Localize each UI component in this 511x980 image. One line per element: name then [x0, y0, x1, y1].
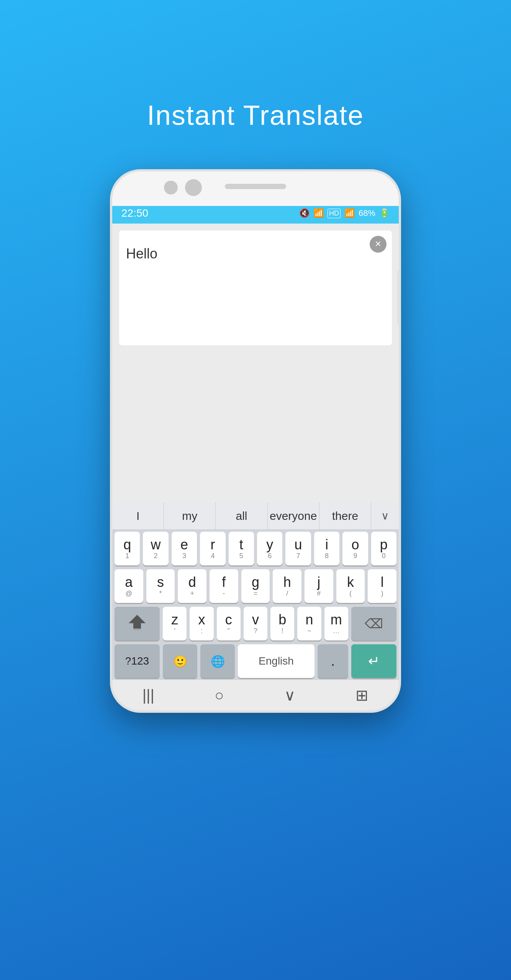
status-time: 22:50 — [121, 207, 148, 219]
key-u[interactable]: u7 — [285, 532, 311, 565]
input-text: Hello — [126, 246, 385, 262]
phone-camera-left — [164, 181, 178, 194]
chevron-down-icon: ∨ — [381, 510, 389, 522]
key-enter[interactable]: ↵ — [351, 644, 396, 678]
suggestion-all[interactable]: all — [216, 502, 267, 529]
app-title-container: Instant Translate — [110, 50, 401, 131]
key-b[interactable]: b! — [270, 607, 294, 640]
key-backspace[interactable]: ⌫ — [351, 607, 396, 640]
suggestions-expand[interactable]: ∨ — [371, 502, 399, 529]
nav-home-icon[interactable]: ○ — [215, 687, 224, 704]
phone-frame: 22:50 🔇 📶 HD 📶 68% 🔋 × Hello — [110, 169, 401, 713]
nav-keyboard-icon[interactable]: ⊞ — [355, 686, 369, 704]
key-c[interactable]: c" — [217, 607, 241, 640]
key-s[interactable]: s* — [146, 569, 175, 603]
phone-speaker — [225, 184, 286, 189]
key-r[interactable]: r4 — [200, 532, 225, 565]
suggestions-bar: I my all everyone there ∨ — [112, 502, 399, 530]
key-g[interactable]: g= — [241, 569, 270, 603]
key-a[interactable]: a@ — [115, 569, 143, 603]
key-h[interactable]: h/ — [273, 569, 301, 603]
shift-icon — [129, 615, 146, 623]
keyboard-row-2: a@ s* d+ f- g= h/ j# k( l) — [112, 567, 399, 605]
keyboard: I my all everyone there ∨ — [112, 502, 399, 710]
signal-icon: 📶 — [344, 208, 355, 218]
key-i[interactable]: i8 — [314, 532, 339, 565]
key-e[interactable]: e3 — [172, 532, 197, 565]
key-space[interactable]: English — [238, 644, 314, 678]
emoji-icon: 🙂 — [173, 655, 187, 668]
key-period[interactable]: . — [318, 644, 348, 678]
key-x[interactable]: x: — [190, 607, 213, 640]
hd-badge: HD — [328, 209, 341, 218]
suggestion-everyone[interactable]: everyone — [268, 502, 319, 529]
battery-icon: 🔋 — [379, 208, 390, 218]
battery-text: 68% — [359, 208, 375, 218]
phone-side-button — [397, 271, 401, 325]
app-background: Instant Translate 22:50 🔇 📶 HD 📶 68% 🔋 — [110, 0, 401, 713]
key-m[interactable]: m… — [324, 607, 348, 640]
status-bar: 22:50 🔇 📶 HD 📶 68% 🔋 — [112, 203, 399, 224]
key-shift[interactable]: — — [115, 607, 160, 640]
phone-top-bar — [112, 172, 399, 206]
key-t[interactable]: t5 — [229, 532, 254, 565]
key-l[interactable]: l) — [368, 569, 396, 603]
globe-icon: 🌐 — [211, 655, 225, 668]
suggestion-there[interactable]: there — [319, 502, 371, 529]
key-n[interactable]: n~ — [297, 607, 321, 640]
nav-bar: ||| ○ ∨ ⊞ — [112, 680, 399, 710]
app-title: Instant Translate — [147, 100, 364, 131]
phone-camera-right — [185, 179, 202, 196]
app-content: × Hello I my all — [112, 224, 399, 710]
key-o[interactable]: o9 — [342, 532, 368, 565]
clear-button[interactable]: × — [370, 236, 387, 253]
key-y[interactable]: y6 — [257, 532, 282, 565]
nav-back-icon[interactable]: ||| — [142, 687, 154, 704]
clear-icon: × — [375, 238, 381, 249]
key-w[interactable]: w2 — [143, 532, 168, 565]
mute-icon: 🔇 — [299, 208, 310, 218]
key-q[interactable]: q1 — [115, 532, 140, 565]
key-f[interactable]: f- — [210, 569, 238, 603]
wifi-icon: 📶 — [313, 208, 324, 218]
key-d[interactable]: d+ — [178, 569, 206, 603]
suggestion-i[interactable]: I — [112, 502, 164, 529]
nav-recents-icon[interactable]: ∨ — [284, 686, 295, 704]
key-num[interactable]: ?123 — [115, 644, 160, 678]
enter-icon: ↵ — [368, 653, 380, 669]
key-v[interactable]: v? — [244, 607, 267, 640]
key-p[interactable]: p0 — [371, 532, 396, 565]
translation-area — [112, 345, 399, 502]
keyboard-row-1: q1 w2 e3 r4 t5 y6 u7 i8 o9 p0 — [112, 530, 399, 567]
keyboard-row-3: — z' x: c" v? b! n~ m… ⌫ — [112, 605, 399, 642]
suggestion-my[interactable]: my — [164, 502, 216, 529]
status-icons: 🔇 📶 HD 📶 68% 🔋 — [299, 208, 390, 218]
key-emoji[interactable]: 🙂 — [163, 644, 197, 678]
key-j[interactable]: j# — [305, 569, 333, 603]
backspace-icon: ⌫ — [365, 616, 383, 631]
text-input-area[interactable]: × Hello — [119, 230, 392, 345]
key-k[interactable]: k( — [336, 569, 365, 603]
key-z[interactable]: z' — [163, 607, 187, 640]
key-globe[interactable]: 🌐 — [200, 644, 235, 678]
keyboard-row-4: ?123 🙂 🌐 English . ↵ — [112, 642, 399, 680]
